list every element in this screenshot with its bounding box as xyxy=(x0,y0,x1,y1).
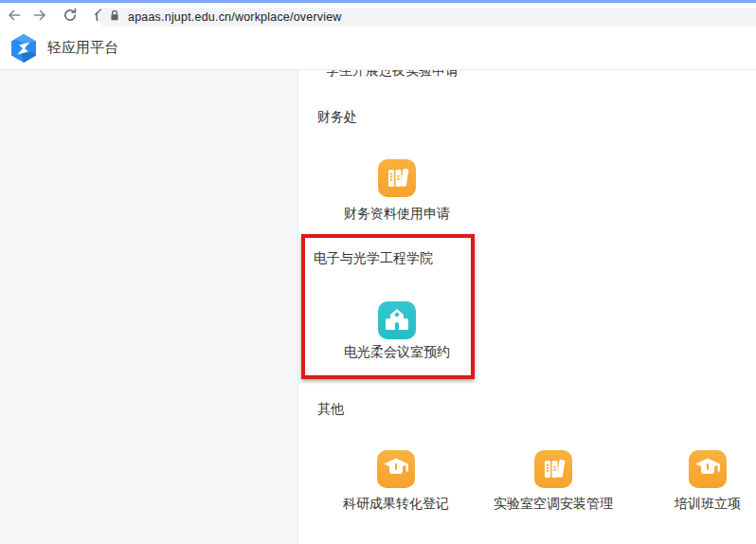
address-bar[interactable]: apaas.njupt.edu.cn/workplace/overview xyxy=(98,8,756,27)
lock-icon xyxy=(109,9,120,26)
graduation-cap-icon xyxy=(689,475,727,491)
app-icon-lab-aircon[interactable] xyxy=(534,450,572,488)
books-icon xyxy=(534,475,572,491)
app-label-lab-aircon[interactable]: 实验室空调安装管理 xyxy=(477,496,629,513)
clipped-app-label: 学生开展过夜实验申请 xyxy=(326,70,459,80)
page-body: 学生开展过夜实验申请 财务处 财务资料使用申请 电子与光学工程学院 xyxy=(0,70,756,544)
forward-arrow-icon xyxy=(32,8,47,23)
books-icon xyxy=(378,184,416,200)
reload-icon xyxy=(63,8,78,23)
browser-chrome: apaas.njupt.edu.cn/workplace/overview xyxy=(0,0,756,27)
reload-button[interactable] xyxy=(59,5,81,26)
section-title-finance: 财务处 xyxy=(317,109,357,126)
app-title: 轻应用平台 xyxy=(47,39,118,57)
url-text: apaas.njupt.edu.cn/workplace/overview xyxy=(128,10,342,24)
app-icon-meeting-room[interactable] xyxy=(378,301,416,339)
app-label-research-transfer[interactable]: 科研成果转化登记 xyxy=(320,496,472,513)
app-icon-finance-materials[interactable] xyxy=(378,159,416,197)
forward-button[interactable] xyxy=(28,5,51,26)
back-arrow-icon xyxy=(7,8,22,23)
app-label-finance-materials[interactable]: 财务资料使用申请 xyxy=(321,206,473,223)
app-icon-research-transfer[interactable] xyxy=(377,450,415,488)
building-icon xyxy=(378,326,416,342)
section-title-others: 其他 xyxy=(317,401,344,418)
app-icon-training-class[interactable] xyxy=(689,450,727,488)
back-button[interactable] xyxy=(3,5,26,26)
left-panel xyxy=(0,70,298,544)
graduation-cap-icon xyxy=(377,475,415,491)
section-title-electronics-optics: 电子与光学工程学院 xyxy=(314,250,433,267)
platform-logo-icon xyxy=(9,33,39,63)
app-label-training-class[interactable]: 培训班立项 xyxy=(632,496,756,513)
browser-toolbar: apaas.njupt.edu.cn/workplace/overview xyxy=(0,3,756,27)
workplace-content: 学生开展过夜实验申请 财务处 财务资料使用申请 电子与光学工程学院 xyxy=(298,70,756,544)
app-header: 轻应用平台 xyxy=(0,27,756,70)
app-label-meeting-room[interactable]: 电光柔会议室预约 xyxy=(321,344,473,361)
